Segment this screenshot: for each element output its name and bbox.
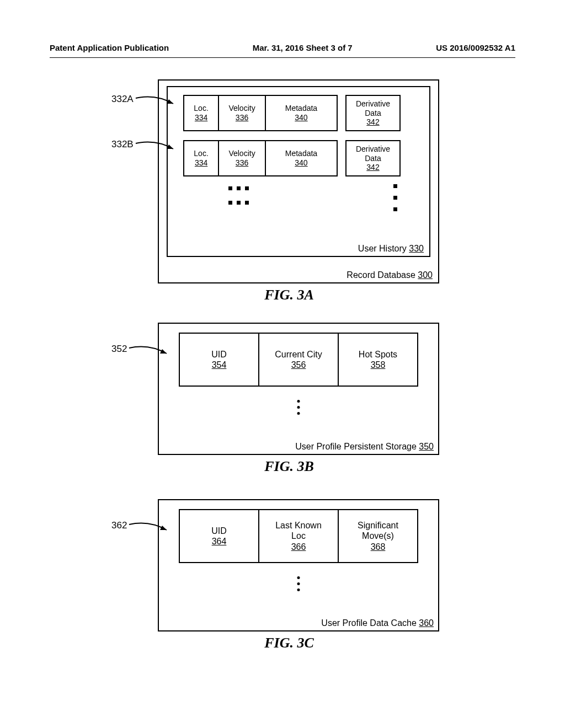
meta-ref: 340 (295, 113, 307, 122)
hs-ref: 358 (371, 360, 386, 370)
loc-ref: 334 (195, 158, 207, 168)
record-352-box: UID 354 Current City 356 Hot Spots 358 (179, 333, 418, 387)
user-history-label: User History 330 (358, 244, 424, 254)
bl-text: User Profile Persistent Storage (295, 442, 417, 451)
record-database-box: Loc. 334 Velocity 336 Metadata 340 Deriv… (158, 79, 439, 283)
mov-ref: 368 (371, 542, 386, 552)
entry-row-332a: Loc. 334 Velocity 336 Metadata 340 Deriv… (183, 95, 423, 131)
meta-label: Metadata (285, 149, 317, 158)
header-right: US 2016/0092532 A1 (436, 43, 515, 52)
record-database-label: Record Database 300 (347, 270, 433, 280)
callout-362-label: 362 (111, 520, 127, 531)
hs-label: Hot Spots (359, 349, 397, 360)
uid-label: UID (211, 526, 227, 536)
header-mid: Mar. 31, 2016 Sheet 3 of 7 (253, 43, 353, 52)
user-history-box: Loc. 334 Velocity 336 Metadata 340 Deriv… (167, 86, 430, 257)
bl-ref: 350 (419, 442, 434, 451)
ellipsis-dots-vertical-icon (297, 576, 300, 591)
user-profile-storage-box: UID 354 Current City 356 Hot Spots 358 U… (158, 323, 439, 455)
vel-label: Velocity (228, 104, 255, 113)
mov-l1: Significant (358, 520, 398, 531)
bl-ref: 360 (419, 618, 434, 628)
deriv-l1: Derivative (356, 144, 390, 154)
uid-ref: 364 (212, 536, 227, 547)
header-left: Patent Application Publication (50, 43, 169, 52)
figure-3a-caption: FIG. 3A (113, 287, 466, 303)
city-label: Current City (275, 349, 322, 360)
loc-l1: Last Known (275, 520, 322, 531)
ellipsis-dots-vertical-icon (297, 400, 300, 415)
figure-3b-caption: FIG. 3B (113, 458, 466, 475)
callout-332b-label: 332B (111, 139, 134, 150)
meta-ref: 340 (295, 158, 307, 168)
user-profile-cache-box: UID 364 Last Known Loc 366 Significant M… (158, 499, 439, 631)
cache-bottom-label: User Profile Data Cache 360 (321, 618, 434, 628)
mov-l2: Move(s) (362, 531, 394, 541)
callout-332a-label: 332A (111, 94, 134, 105)
entry-row-332b: Loc. 334 Velocity 336 Metadata 340 Deriv… (183, 140, 423, 176)
figure-3a: 332A 332B Loc. 334 (113, 79, 466, 309)
ellipsis-dots-icon (228, 186, 249, 190)
outer-ref: 300 (418, 270, 433, 280)
record-362-box: UID 364 Last Known Loc 366 Significant M… (179, 509, 418, 563)
uid-ref: 354 (212, 360, 227, 370)
loc-label: Loc. (194, 104, 208, 113)
page-header: Patent Application Publication Mar. 31, … (50, 43, 515, 52)
record-box: Loc. 334 Velocity 336 Metadata 340 (183, 95, 338, 131)
derivative-box: Derivative Data 342 (345, 140, 401, 176)
loc-ref: 366 (291, 542, 306, 552)
meta-label: Metadata (285, 104, 317, 113)
callout-352-label: 352 (111, 344, 127, 355)
ellipsis-dots-icon (228, 201, 249, 205)
storage-bottom-label: User Profile Persistent Storage 350 (295, 442, 434, 452)
deriv-l2: Data (365, 154, 381, 163)
loc-ref: 334 (195, 113, 207, 122)
outer-text: Record Database (347, 270, 415, 280)
figure-3b: 352 UID 354 Current City 356 Hot Spots 3… (113, 323, 466, 480)
loc-l2: Loc (291, 531, 306, 541)
inner-text: User History (358, 244, 407, 253)
city-ref: 356 (291, 360, 306, 370)
loc-label: Loc. (194, 149, 208, 158)
inner-ref: 330 (409, 244, 424, 253)
deriv-l2: Data (365, 109, 381, 118)
deriv-ref: 342 (366, 117, 379, 127)
vel-label: Velocity (228, 149, 255, 158)
deriv-ref: 342 (366, 163, 379, 172)
vel-ref: 336 (236, 113, 248, 122)
derivative-box: Derivative Data 342 (345, 95, 401, 131)
uid-label: UID (211, 349, 227, 360)
record-box: Loc. 334 Velocity 336 Metadata 340 (183, 140, 338, 176)
figure-3c-caption: FIG. 3C (113, 635, 466, 651)
vel-ref: 336 (236, 158, 248, 168)
header-rule (50, 57, 515, 58)
figure-3c: 362 UID 364 Last Known Loc 366 Significa… (113, 499, 466, 657)
bl-text: User Profile Data Cache (321, 618, 417, 628)
ellipsis-dots-vertical-icon (393, 184, 397, 211)
deriv-l1: Derivative (356, 99, 390, 109)
